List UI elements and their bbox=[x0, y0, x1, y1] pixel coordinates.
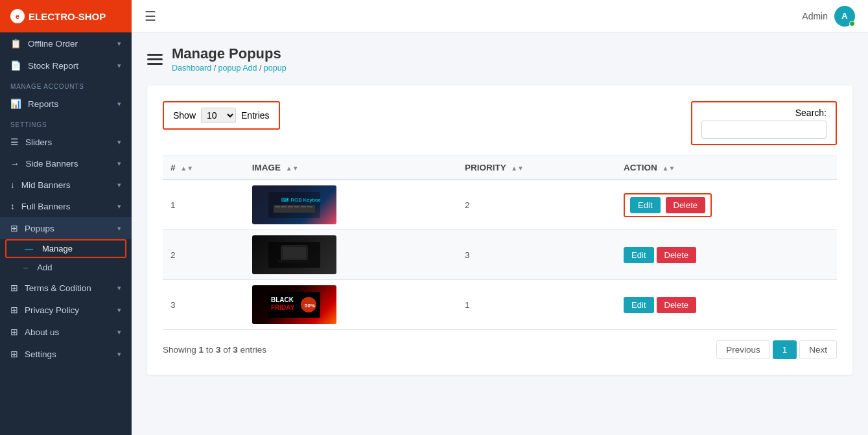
sidebar-subitem-add[interactable]: – Add bbox=[0, 258, 132, 277]
cell-image: ⌨ RGB Keyboard bbox=[244, 180, 457, 230]
breadcrumb-dashboard[interactable]: Dashboard bbox=[172, 64, 211, 73]
sidebar: e ELECTRO-SHOP 📋 Offline Order ▾ 📄 Stock… bbox=[0, 0, 132, 435]
page-header: Manage Popups Dashboard / popup Add / po… bbox=[147, 45, 852, 73]
pagination-area: Showing 1 to 3 of 3 entries Previous 1 N… bbox=[163, 340, 837, 359]
sidebar-subitem-manage[interactable]: — Manage bbox=[5, 239, 126, 258]
sidebar-item-side-banners[interactable]: → Side Banners ▾ bbox=[0, 153, 132, 174]
svg-text:⌨ RGB Keyboard: ⌨ RGB Keyboard bbox=[281, 197, 320, 203]
popups-table: # ▲▼ IMAGE ▲▼ PRIORITY ▲▼ ACTION ▲▼ 1 bbox=[163, 156, 837, 330]
sidebar-item-popups[interactable]: ⊞ Popups ▾ bbox=[0, 217, 132, 239]
section-manage-accounts: MANAGE ACCOUNTS bbox=[0, 76, 132, 93]
sidebar-item-full-banners[interactable]: ↕ Full Banners ▾ bbox=[0, 196, 132, 217]
cell-action: Edit Delete bbox=[616, 230, 837, 280]
page-title: Manage Popups bbox=[172, 45, 287, 62]
svg-rect-6 bbox=[301, 206, 306, 207]
entries-select[interactable]: 10 25 50 100 bbox=[201, 108, 236, 123]
mid-banners-icon: ↓ bbox=[10, 180, 15, 190]
sidebar-item-label: Full Banners bbox=[21, 202, 71, 211]
cell-image bbox=[244, 230, 457, 280]
cell-num: 2 bbox=[163, 230, 244, 280]
table-row: 2 3 bbox=[163, 230, 837, 280]
table-header-row: # ▲▼ IMAGE ▲▼ PRIORITY ▲▼ ACTION ▲▼ bbox=[163, 156, 837, 180]
svg-rect-4 bbox=[288, 206, 293, 207]
chevron-down-icon: ▾ bbox=[117, 350, 121, 359]
sidebar-item-label: About us bbox=[25, 327, 59, 337]
chevron-down-icon: ▾ bbox=[117, 181, 121, 189]
edit-button-2[interactable]: Edit bbox=[624, 247, 653, 263]
svg-text:BLACK: BLACK bbox=[271, 296, 294, 303]
chevron-down-icon: ▾ bbox=[117, 202, 121, 211]
svg-rect-5 bbox=[294, 206, 299, 207]
cell-image: BLACK FRIDAY 50% bbox=[244, 280, 457, 330]
sidebar-item-sliders[interactable]: ☰ Sliders ▾ bbox=[0, 131, 132, 153]
cell-priority: 3 bbox=[457, 230, 616, 280]
logo-icon: e bbox=[10, 9, 25, 23]
sidebar-item-label: Stock Report bbox=[28, 61, 78, 71]
chevron-down-icon: ▾ bbox=[117, 159, 121, 168]
main-area: ☰ Admin A Manage Popups Dashboard / popu… bbox=[132, 0, 868, 435]
sidebar-item-stock-report[interactable]: 📄 Stock Report ▾ bbox=[0, 54, 132, 76]
about-icon: ⊞ bbox=[10, 327, 18, 337]
svg-text:50%: 50% bbox=[305, 303, 315, 309]
sidebar-item-label: Popups bbox=[25, 224, 54, 233]
svg-text:FRIDAY: FRIDAY bbox=[271, 304, 295, 311]
app-name: ELECTRO-SHOP bbox=[29, 11, 106, 22]
svg-rect-11 bbox=[283, 247, 306, 259]
breadcrumb: Dashboard / popup Add / popup bbox=[172, 64, 287, 73]
show-entries-control: Show 10 25 50 100 Entries bbox=[163, 101, 280, 130]
menu-toggle-button[interactable]: ☰ bbox=[145, 8, 156, 24]
sidebar-item-offline-order[interactable]: 📋 Offline Order ▾ bbox=[0, 32, 132, 54]
popup-image-2 bbox=[252, 235, 336, 274]
sidebar-item-label: Offline Order bbox=[28, 39, 78, 49]
chevron-down-icon: ▾ bbox=[117, 138, 121, 147]
sidebar-item-label: Mid Banners bbox=[21, 180, 71, 190]
col-action: ACTION ▲▼ bbox=[616, 156, 837, 180]
search-input[interactable] bbox=[701, 121, 827, 139]
previous-button[interactable]: Previous bbox=[716, 340, 770, 359]
sidebar-item-reports[interactable]: 📊 Reports ▾ bbox=[0, 93, 132, 115]
delete-button-1[interactable]: Delete bbox=[666, 197, 706, 213]
sidebar-item-label: Terms & Codition bbox=[25, 283, 91, 293]
offline-order-icon: 📋 bbox=[10, 38, 21, 49]
page-1-button[interactable]: 1 bbox=[773, 340, 797, 359]
settings-icon: ⊞ bbox=[10, 349, 18, 359]
col-num: # ▲▼ bbox=[163, 156, 244, 180]
delete-button-3[interactable]: Delete bbox=[657, 297, 697, 313]
search-box: Search: bbox=[691, 101, 837, 145]
logo[interactable]: e ELECTRO-SHOP bbox=[0, 0, 132, 32]
chevron-down-icon: ▾ bbox=[117, 100, 121, 108]
chevron-down-icon: ▾ bbox=[117, 40, 121, 48]
svg-rect-7 bbox=[307, 206, 312, 207]
edit-button-3[interactable]: Edit bbox=[624, 297, 653, 313]
next-button[interactable]: Next bbox=[799, 340, 837, 359]
sidebar-item-mid-banners[interactable]: ↓ Mid Banners ▾ bbox=[0, 174, 132, 196]
svg-rect-12 bbox=[278, 260, 311, 263]
svg-rect-1 bbox=[274, 205, 315, 213]
dash-icon: – bbox=[23, 263, 28, 272]
sliders-icon: ☰ bbox=[10, 137, 19, 147]
chevron-down-icon: ▾ bbox=[117, 328, 121, 336]
edit-button-1[interactable]: Edit bbox=[630, 197, 660, 213]
sidebar-item-privacy[interactable]: ⊞ Privacy Policy ▾ bbox=[0, 299, 132, 321]
header-lines-icon bbox=[147, 54, 163, 65]
avatar: A bbox=[834, 6, 855, 27]
cell-priority: 2 bbox=[457, 180, 616, 230]
action-buttons-3: Edit Delete bbox=[624, 297, 829, 313]
sidebar-item-terms[interactable]: ⊞ Terms & Codition ▾ bbox=[0, 277, 132, 299]
delete-button-2[interactable]: Delete bbox=[657, 247, 697, 263]
breadcrumb-popup[interactable]: popup bbox=[264, 64, 287, 73]
sidebar-item-about[interactable]: ⊞ About us ▾ bbox=[0, 321, 132, 343]
show-label: Show bbox=[173, 110, 196, 121]
search-label: Search: bbox=[701, 108, 827, 118]
sidebar-item-label: Privacy Policy bbox=[25, 305, 79, 315]
sidebar-subitem-label: Add bbox=[37, 263, 52, 272]
section-settings: SETTINGS bbox=[0, 115, 132, 131]
cell-num: 1 bbox=[163, 180, 244, 230]
svg-rect-3 bbox=[281, 206, 287, 207]
sidebar-item-settings[interactable]: ⊞ Settings ▾ bbox=[0, 343, 132, 365]
popup-image-3: BLACK FRIDAY 50% bbox=[252, 285, 336, 324]
chevron-down-icon: ▾ bbox=[117, 284, 121, 292]
cell-action: Edit Delete bbox=[616, 280, 837, 330]
pagination-info: Showing 1 to 3 of 3 entries bbox=[163, 345, 266, 355]
breadcrumb-popup-add[interactable]: popup Add bbox=[218, 64, 257, 73]
